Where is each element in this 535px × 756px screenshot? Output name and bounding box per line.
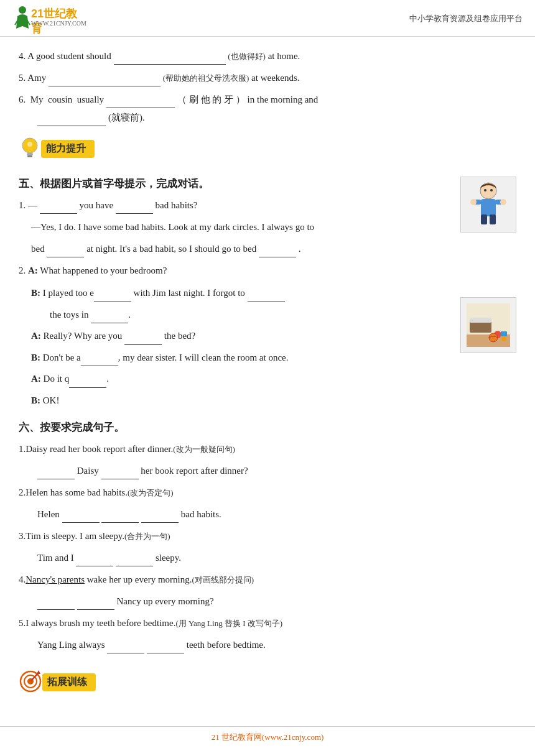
blank-6-5-2[interactable] bbox=[147, 642, 184, 653]
badge2-label: 拓展训练 bbox=[42, 673, 96, 691]
blank-q4[interactable] bbox=[114, 53, 226, 65]
svg-point-24 bbox=[489, 333, 498, 342]
q5-2-b3: B: OK! bbox=[31, 392, 442, 410]
q5-2-a3: A: Do it q. bbox=[31, 370, 442, 388]
question-5: 5. Amy (帮助她的祖父母洗衣服) at weekends. bbox=[19, 70, 516, 86]
q5-1-ans2: bed at night. It's a bad habit, so I sho… bbox=[31, 241, 442, 257]
svg-marker-29 bbox=[37, 670, 40, 674]
room-image bbox=[460, 297, 516, 353]
target-icon bbox=[19, 668, 42, 693]
blank-5-2-3[interactable] bbox=[91, 312, 128, 323]
svg-point-8 bbox=[484, 189, 486, 191]
section-6-title: 六、按要求完成句子。 bbox=[19, 420, 516, 435]
svg-rect-4 bbox=[27, 153, 33, 155]
svg-rect-15 bbox=[481, 214, 487, 224]
q5-2-b1-cont: the toys in . bbox=[50, 306, 442, 324]
q6-5-original: 5.I always brush my teeth before bedtime… bbox=[19, 615, 516, 632]
q5-1-ans1: —Yes, I do. I have some bad habits. Look… bbox=[31, 219, 442, 236]
section5-content: 1. — you have bad habits? —Yes, I do. I … bbox=[19, 197, 516, 409]
blank-6-2-3[interactable] bbox=[141, 512, 179, 523]
blank-6-5-1[interactable] bbox=[107, 642, 144, 653]
q6-2-original: 2.Helen has some bad habits.(改为否定句) bbox=[19, 484, 516, 501]
section-5: 五、根据图片或首字母提示，完成对话。 bbox=[19, 177, 516, 409]
blank-5-1-4[interactable] bbox=[259, 246, 296, 257]
question-6: 6. My cousin usually （ 刷 他 的 牙 ） in the … bbox=[19, 91, 516, 126]
blank-6-1-2[interactable] bbox=[101, 468, 139, 479]
q5-1: 1. — you have bad habits? bbox=[19, 197, 442, 214]
badge-tuozhan: 拓展训练 bbox=[19, 665, 516, 695]
blank-5-2-4[interactable] bbox=[124, 334, 162, 345]
q6-3-answer: Tim and I sleepy. bbox=[37, 550, 516, 566]
footer: 21 世纪教育网(www.21cnjy.com) bbox=[0, 726, 535, 748]
blank-6-2-2[interactable] bbox=[101, 512, 139, 523]
logo-sub: WWW.21CNJY.COM bbox=[31, 20, 86, 27]
blank-6-4-1[interactable] bbox=[37, 599, 75, 610]
svg-rect-10 bbox=[481, 199, 496, 216]
content: 4. A good student should (也做得好) at home.… bbox=[0, 37, 535, 714]
header-right: 中小学教育资源及组卷应用平台 bbox=[409, 13, 523, 24]
q5-2-b2: B: Don't be a, my dear sister. I will cl… bbox=[31, 349, 442, 367]
q5-2-intro: 2. A: What happened to your bedroom? bbox=[19, 262, 442, 279]
svg-rect-22 bbox=[501, 331, 507, 336]
blank-6-3-2[interactable] bbox=[116, 555, 153, 566]
q6-4-answer: Nancy up every morning? bbox=[37, 593, 516, 610]
svg-point-13 bbox=[470, 199, 477, 205]
svg-point-0 bbox=[19, 6, 26, 14]
q5-2-a2: A: Really? Why are you the bed? bbox=[31, 327, 442, 345]
lightbulb-icon bbox=[19, 137, 41, 162]
blank-6-2-1[interactable] bbox=[62, 512, 100, 523]
blank-6-4-2[interactable] bbox=[77, 599, 114, 610]
section-6: 六、按要求完成句子。 1.Daisy read her book report … bbox=[19, 420, 516, 653]
q6-1-answer: Daisy her book report after dinner? bbox=[37, 463, 516, 479]
blank-6-3-1[interactable] bbox=[76, 555, 113, 566]
blank-5-2-1[interactable] bbox=[94, 291, 131, 302]
svg-point-14 bbox=[500, 199, 506, 205]
q6-5-answer: Yang Ling always teeth before bedtime. bbox=[37, 637, 516, 653]
blank-q6b[interactable] bbox=[37, 115, 106, 126]
q6-2-answer: Helen bad habits. bbox=[37, 506, 516, 523]
blank-q5[interactable] bbox=[49, 75, 160, 86]
logo-icon bbox=[12, 5, 32, 32]
question-4: 4. A good student should (也做得好) at home. bbox=[19, 48, 516, 65]
blank-6-1-1[interactable] bbox=[37, 468, 75, 479]
images-col bbox=[460, 177, 516, 362]
svg-point-23 bbox=[501, 336, 506, 341]
q6-3-original: 3.Tim is sleepy. I am sleepy.(合并为一句) bbox=[19, 528, 516, 545]
section-5-title: 五、根据图片或首字母提示，完成对话。 bbox=[19, 177, 516, 191]
svg-rect-20 bbox=[470, 318, 491, 323]
q5-2-b1: B: I played too e with Jim last night. I… bbox=[31, 284, 442, 302]
logo-area: 21世纪教育 WWW.21CNJY.COM bbox=[12, 5, 87, 32]
blank-q6a[interactable] bbox=[106, 97, 175, 108]
q6-4-original: 4.Nancy's parents wake her up every morn… bbox=[19, 571, 516, 588]
svg-rect-5 bbox=[27, 155, 32, 157]
blank-5-2-6[interactable] bbox=[69, 377, 106, 388]
q6-1-original: 1.Daisy read her book report after dinne… bbox=[19, 441, 516, 458]
boy-image bbox=[460, 177, 516, 233]
header: 21世纪教育 WWW.21CNJY.COM 中小学教育资源及组卷应用平台 bbox=[0, 0, 535, 37]
blank-5-2-5[interactable] bbox=[81, 355, 118, 366]
svg-rect-16 bbox=[490, 214, 496, 224]
svg-point-9 bbox=[490, 189, 493, 191]
blank-5-2-2[interactable] bbox=[248, 291, 285, 302]
svg-point-6 bbox=[27, 142, 32, 147]
blank-5-1-2[interactable] bbox=[116, 203, 153, 214]
blank-5-1-1[interactable] bbox=[40, 203, 77, 214]
badge-label: 能力提升 bbox=[41, 140, 95, 158]
blank-5-1-3[interactable] bbox=[47, 246, 84, 257]
badge-nengli: 能力提升 bbox=[19, 134, 516, 164]
